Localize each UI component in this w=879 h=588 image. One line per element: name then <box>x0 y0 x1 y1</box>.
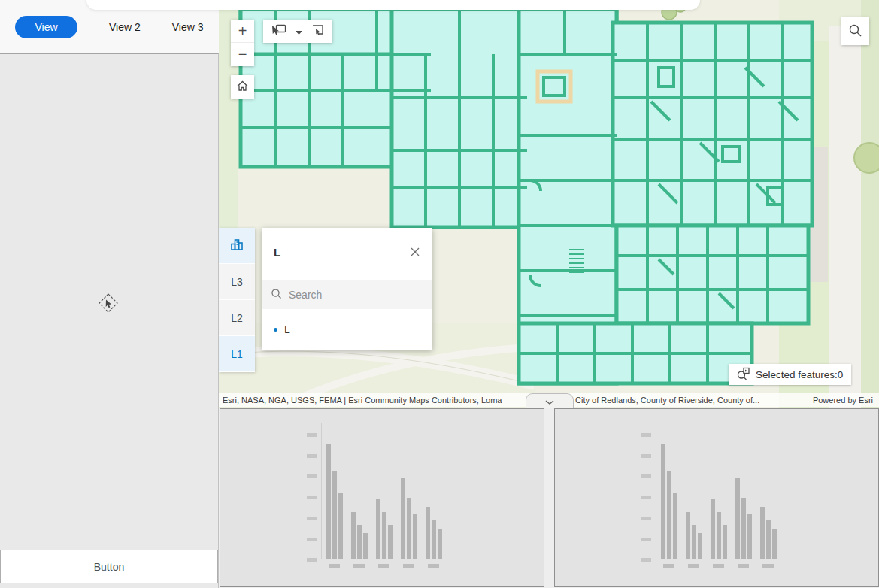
tab-view[interactable]: View <box>15 16 77 38</box>
chart-skeleton-1 <box>321 423 453 559</box>
rectangle-select-icon <box>311 24 325 38</box>
select-arrow-icon <box>271 24 286 38</box>
zoom-in-button[interactable]: + <box>231 20 254 43</box>
home-icon <box>236 80 249 94</box>
attribution-text-left: Esri, NASA, NGA, USGS, FEMA | Esri Commu… <box>223 396 502 405</box>
close-icon <box>410 247 420 259</box>
select-tool-dropdown[interactable] <box>294 26 304 37</box>
popup-close-button[interactable] <box>407 244 423 261</box>
popup-item-label: L <box>284 323 290 335</box>
popup-search-bar <box>262 280 432 309</box>
floor-level-l1[interactable]: L1 <box>219 336 255 372</box>
selection-toolbar <box>263 20 332 43</box>
select-tool-button[interactable] <box>269 24 288 38</box>
empty-widget-panel <box>0 53 219 588</box>
home-button[interactable] <box>231 75 254 99</box>
chart-skeleton-2 <box>656 423 788 559</box>
level-popup-header: L <box>262 228 432 280</box>
floor-picker-building-button[interactable] <box>219 228 255 264</box>
bottom-panel <box>219 408 879 588</box>
tab-view-2[interactable]: View 2 <box>109 21 141 33</box>
floor-picker: L3 L2 L1 <box>219 228 255 372</box>
bullet-dot-icon <box>274 328 277 332</box>
map-view[interactable]: + − <box>219 0 879 410</box>
chart-widget-1 <box>220 408 544 587</box>
tab-view-3[interactable]: View 3 <box>172 21 204 33</box>
widget-placeholder-icon <box>97 292 120 314</box>
popup-search-input[interactable] <box>289 289 425 301</box>
attribution-text-right: ersity, City of Redlands, County of Rive… <box>551 396 759 405</box>
powered-by-esri: Powered by Esri <box>813 396 875 405</box>
floor-level-l2[interactable]: L2 <box>219 300 255 336</box>
popup-list-item-l[interactable]: L <box>262 309 432 350</box>
search-icon <box>271 288 282 302</box>
bottom-panel-collapse-tab[interactable] <box>526 393 574 408</box>
experience-builder-app: View View 2 View 3 Button <box>0 0 879 588</box>
top-rounded-bar <box>86 0 700 10</box>
chart-widget-2 <box>554 408 879 587</box>
zoom-out-button[interactable]: − <box>231 43 254 66</box>
caret-down-icon <box>296 26 302 37</box>
search-icon <box>848 23 862 40</box>
zoom-widget: + − <box>231 20 254 66</box>
popup-title: L <box>274 246 280 259</box>
selected-features-label: Selected features:0 <box>756 369 843 380</box>
selected-features-badge: Selected features:0 <box>729 364 851 385</box>
left-sidebar: View View 2 View 3 Button <box>0 0 219 588</box>
level-popup: L L <box>262 228 432 350</box>
select-features-icon <box>737 367 750 383</box>
levels-building-icon <box>229 237 244 254</box>
chevron-down-icon <box>545 394 554 408</box>
select-by-rectangle-button[interactable] <box>310 24 326 38</box>
floor-level-l3[interactable]: L3 <box>219 264 255 300</box>
button-widget[interactable]: Button <box>0 550 218 583</box>
map-search-button[interactable] <box>841 17 869 45</box>
